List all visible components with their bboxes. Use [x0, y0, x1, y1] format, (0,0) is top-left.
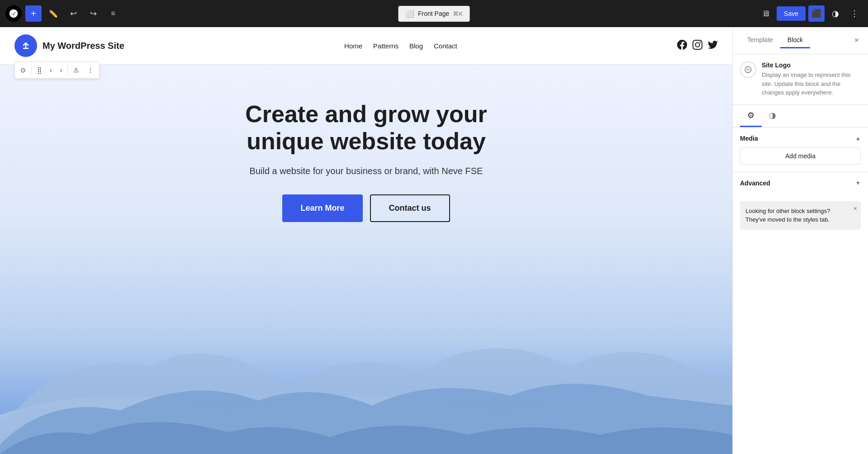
close-sidebar-button[interactable]: × [852, 34, 861, 47]
advanced-section-title: Advanced [740, 180, 770, 187]
page-icon: ⬜ [405, 9, 414, 18]
sidebar-header: Template Block × [733, 27, 868, 54]
hero-section: Create and grow your unique website toda… [0, 65, 732, 454]
editor-area: My WordPress Site ⊙ ⣿ ‹ › ⚠ ⋮ Home Patte… [0, 27, 732, 454]
hero-buttons: Learn More Contact us [282, 194, 450, 222]
media-section-header[interactable]: Media ▲ [740, 135, 861, 142]
save-button[interactable]: Save [777, 6, 806, 21]
style-tabs: ⚙ ◑ [733, 105, 868, 128]
nav-contact[interactable]: Contact [434, 42, 457, 50]
site-title: My WordPress Site [43, 41, 124, 51]
facebook-icon[interactable] [677, 40, 687, 52]
toolbar-center: ⬜ Front Page ⌘K [398, 6, 470, 22]
sidebar-toggle-button[interactable]: ⬛ [808, 5, 825, 22]
block-toolbar: ⊙ ⣿ ‹ › ⚠ ⋮ [14, 61, 100, 79]
block-tab[interactable]: Block [780, 33, 810, 48]
advanced-section-header[interactable]: Advanced ▼ [740, 180, 861, 187]
media-section-title: Media [740, 135, 758, 142]
advanced-chevron-icon: ▼ [855, 180, 861, 186]
options-button[interactable]: ⋮ [846, 5, 863, 22]
block-name: Site Logo [762, 61, 861, 69]
redo-button[interactable]: ↪ [85, 5, 101, 22]
styles-tab[interactable]: ◑ [762, 105, 783, 127]
site-logo-icon [14, 34, 37, 57]
block-more-button[interactable]: ⋮ [84, 64, 97, 76]
sidebar-notification: Looking for other block settings? They'v… [740, 201, 861, 230]
hero-title: Create and grow your unique website toda… [208, 101, 525, 155]
advanced-section: Advanced ▼ [733, 172, 868, 194]
learn-more-button[interactable]: Learn More [282, 194, 362, 222]
site-nav: Home Patterns Blog Contact [344, 42, 457, 50]
site-logo-area[interactable]: My WordPress Site [14, 34, 124, 57]
front-page-shortcut: ⌘K [453, 10, 463, 17]
edit-tool-button[interactable]: ✏️ [45, 5, 62, 22]
nav-blog[interactable]: Blog [409, 42, 423, 50]
toolbar-right: 🖥 Save ⬛ ◑ ⋮ [758, 5, 863, 22]
front-page-button[interactable]: ⬜ Front Page ⌘K [398, 6, 470, 22]
hero-subtitle: Build a website for your business or bra… [250, 166, 483, 176]
sidebar-tabs: Template Block [740, 33, 810, 48]
site-logo-block-icon [740, 61, 756, 78]
template-tab[interactable]: Template [740, 33, 780, 48]
site-header: My WordPress Site ⊙ ⣿ ‹ › ⚠ ⋮ Home Patte… [0, 27, 732, 65]
toolbar-divider-1 [31, 65, 32, 76]
block-warning-button[interactable]: ⚠ [70, 64, 83, 76]
right-sidebar: Template Block × Site Logo Display an im… [732, 27, 868, 454]
top-toolbar: W + ✏️ ↩ ↪ ≡ ⬜ Front Page ⌘K 🖥 Save ⬛ ◑ … [0, 0, 868, 27]
twitter-icon[interactable] [708, 40, 718, 52]
media-section: Media ▲ Add media [733, 128, 868, 172]
sidebar-block-info: Site Logo Display an image to represent … [733, 54, 868, 105]
toolbar-left: W + ✏️ ↩ ↪ ≡ [5, 5, 121, 22]
instagram-icon[interactable] [693, 40, 702, 52]
block-parent-button[interactable]: ⊙ [17, 64, 29, 76]
contact-us-button[interactable]: Contact us [370, 194, 450, 222]
list-view-button[interactable]: ≡ [105, 5, 121, 22]
svg-text:W: W [11, 11, 16, 16]
block-drag-button[interactable]: ⣿ [33, 64, 45, 76]
undo-button[interactable]: ↩ [65, 5, 81, 22]
nav-patterns[interactable]: Patterns [373, 42, 398, 50]
styles-button[interactable]: ◑ [827, 5, 844, 22]
nav-home[interactable]: Home [344, 42, 362, 50]
mountains-illustration [0, 260, 732, 454]
close-notification-button[interactable]: × [854, 205, 857, 212]
add-block-button[interactable]: + [25, 5, 42, 22]
block-info-text: Site Logo Display an image to represent … [762, 61, 861, 97]
toolbar-divider-2 [67, 65, 68, 76]
desktop-view-button[interactable]: 🖥 [758, 5, 774, 22]
front-page-label: Front Page [418, 10, 449, 17]
block-move-left-button[interactable]: ‹ [46, 64, 56, 76]
wordpress-logo[interactable]: W [5, 5, 22, 22]
site-logo-wrapper: My WordPress Site ⊙ ⣿ ‹ › ⚠ ⋮ [14, 34, 124, 57]
settings-tab[interactable]: ⚙ [740, 105, 762, 127]
media-chevron-icon: ▲ [855, 135, 861, 142]
upload-icon [19, 39, 32, 52]
notification-text: Looking for other block settings? They'v… [745, 208, 830, 223]
block-description: Display an image to represent this site.… [762, 71, 861, 97]
wp-logo-icon: W [9, 9, 19, 19]
social-icons [677, 40, 718, 52]
add-media-button[interactable]: Add media [740, 147, 861, 165]
main-area: My WordPress Site ⊙ ⣿ ‹ › ⚠ ⋮ Home Patte… [0, 27, 868, 454]
block-move-right-button[interactable]: › [57, 64, 66, 76]
